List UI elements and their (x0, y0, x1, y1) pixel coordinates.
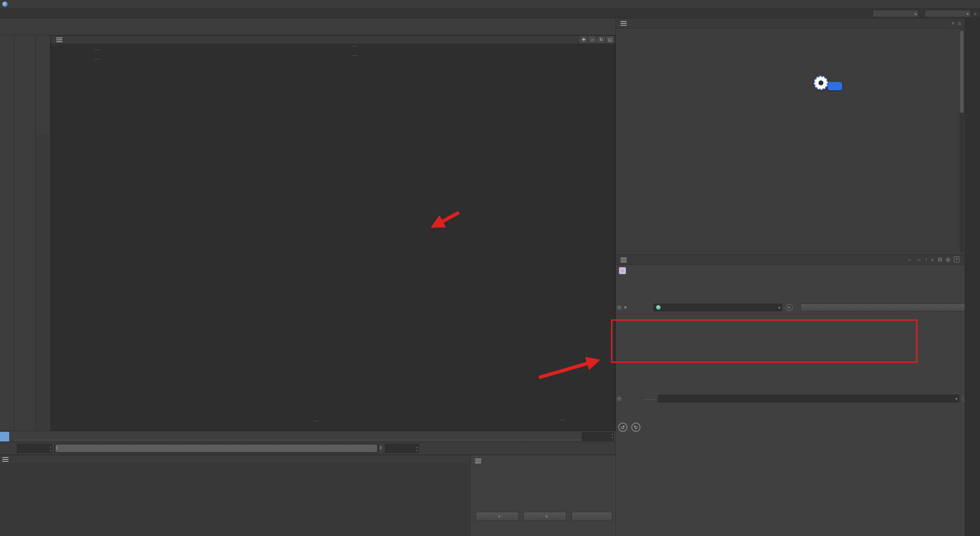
hud-frame-rate (313, 421, 318, 422)
om-home-icon[interactable]: ⌂ (958, 20, 961, 26)
view-rotate-icon[interactable]: ↻ (598, 36, 605, 43)
viewport-menu-icon[interactable] (56, 38, 62, 42)
emitter-key-radio[interactable] (617, 305, 622, 310)
object-manager (616, 18, 965, 255)
hud-live-particles (352, 55, 357, 56)
hud-number-of-emitters (94, 49, 100, 50)
preview-range-slider[interactable]: ‖ ‖ (54, 444, 378, 453)
viewport-menu: ✚ ⌕ ↻ ◱ (51, 36, 615, 44)
timeline-ruler[interactable]: ▴▾ (0, 431, 616, 442)
lock-icon[interactable]: ⊡ (938, 257, 942, 263)
3d-scene[interactable] (51, 44, 616, 431)
object-manager-menu (616, 18, 965, 28)
search-icon[interactable]: ⌕ (974, 10, 977, 17)
node-space-select[interactable] (873, 10, 919, 17)
parent-icon[interactable]: ↑ (925, 257, 928, 263)
track-icon[interactable]: ◎ (946, 257, 950, 263)
view-zoom-icon[interactable]: ⌕ (589, 36, 596, 43)
title-bar (0, 0, 980, 8)
timeline-controls: ▴▾ ‖ ‖ ▴▾ (0, 442, 616, 455)
frame-start-field[interactable]: ▴▾ (17, 444, 52, 453)
object-list (616, 28, 965, 255)
emitter-pick-icon[interactable]: ↖ (786, 304, 793, 311)
gravity-key-radio[interactable] (617, 396, 622, 401)
refresh-icon[interactable]: ↺ (618, 423, 627, 432)
apply-button[interactable] (572, 512, 612, 521)
hud-emitter-name (352, 46, 357, 47)
object-list-scrollbar[interactable] (960, 30, 964, 253)
attribute-object-title: ⁙ (619, 267, 629, 274)
emitter-dropdown-icon[interactable]: ▾ (778, 306, 780, 310)
command-palette (14, 35, 36, 431)
am-add-icon[interactable]: + (954, 257, 959, 262)
current-frame-field[interactable]: ▴▾ (582, 432, 614, 441)
viewport[interactable]: ✚ ⌕ ↻ ◱ (51, 35, 616, 431)
coordinates-panel: ▾ ▾ (470, 455, 616, 536)
am-search-icon[interactable]: ⌕ (931, 257, 934, 263)
history-back-icon[interactable]: ← (907, 257, 912, 263)
hud-grid-spacing (560, 420, 565, 420)
attribute-menu-icons: ← → ↑ ⌕ ⊡ ◎ + (907, 257, 959, 263)
mode-palette (0, 35, 14, 431)
main-toolbar (0, 18, 616, 35)
emitter-item-icon (656, 305, 661, 310)
menu-bar-right: ⌕ (870, 8, 977, 18)
size-mode-select[interactable]: ▾ (523, 512, 566, 521)
am-bottom-icons: ↺ ↻ (618, 423, 640, 432)
material-menu-icon[interactable] (2, 457, 8, 462)
app-logo-icon (2, 2, 8, 7)
coordinates-menu-icon[interactable] (475, 459, 481, 463)
view-toggle-icon[interactable]: ◱ (606, 36, 614, 43)
emitter-link-field[interactable]: ▾ (653, 304, 782, 311)
object-manager-menu-icon[interactable] (621, 21, 627, 26)
current-frame-marker[interactable] (0, 432, 9, 441)
gravity-row: ▾ ↖ (616, 394, 976, 404)
viewport-nav-controls: ✚ ⌕ ↻ ◱ (580, 36, 614, 43)
material-manager-area[interactable] (0, 464, 470, 536)
material-manager-menu (0, 455, 470, 464)
cinema4d-window: ⌕ ✚ ⌕ ↻ ◱ (0, 0, 980, 536)
hud-total-particles (94, 59, 100, 60)
interface-select[interactable] (925, 10, 971, 17)
add-emitter-button[interactable] (800, 304, 976, 312)
frame-end-field[interactable]: ▴▾ (385, 444, 419, 453)
gravity-link-field[interactable]: ▾ (658, 395, 959, 402)
position-mode-select[interactable]: ▾ (476, 512, 519, 521)
rotate-icon[interactable]: ↻ (631, 423, 640, 432)
attribute-manager: ← → ↑ ⌕ ⊡ ◎ + ⁙ > ▾ ↖ (616, 255, 965, 536)
right-tab-strip (965, 18, 980, 536)
main-menu-bar: ⌕ (0, 8, 980, 18)
tool-palette (36, 35, 51, 135)
xpfoam-icon: ⁙ (619, 267, 626, 274)
gravity-dropdown-icon[interactable]: ▾ (956, 397, 957, 401)
history-forward-icon[interactable]: → (916, 257, 921, 263)
om-search-icon[interactable]: ⌕ (952, 20, 954, 26)
emitter-row: > ▾ ↖ (616, 303, 976, 312)
emitter-label: > (624, 305, 627, 310)
view-pan-icon[interactable]: ✚ (580, 36, 587, 43)
attribute-menu-icon[interactable] (621, 258, 627, 262)
